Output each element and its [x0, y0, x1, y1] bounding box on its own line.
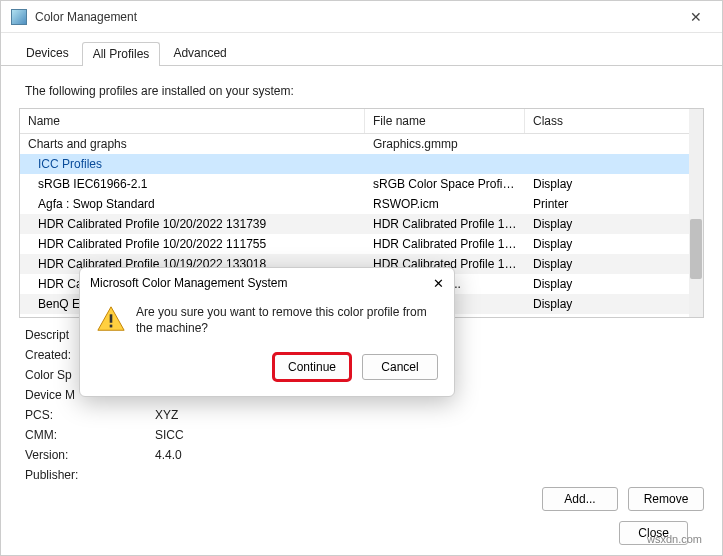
detail-version-label: Version:: [25, 448, 155, 468]
tab-all-profiles[interactable]: All Profiles: [82, 42, 161, 66]
table-row[interactable]: HDR Calibrated Profile 10/20/2022 131739…: [20, 214, 703, 234]
detail-cmm-value: SICC: [155, 428, 698, 448]
table-row[interactable]: sRGB IEC61966-2.1 sRGB Color Space Profi…: [20, 174, 703, 194]
detail-cmm-label: CMM:: [25, 428, 155, 448]
titlebar: Color Management ✕: [1, 1, 722, 33]
intro-text: The following profiles are installed on …: [25, 84, 698, 98]
continue-button[interactable]: Continue: [274, 354, 350, 380]
warning-icon: [96, 304, 126, 338]
scrollbar[interactable]: [689, 109, 703, 317]
cancel-button[interactable]: Cancel: [362, 354, 438, 380]
detail-pcs-label: PCS:: [25, 408, 155, 428]
table-row[interactable]: Agfa : Swop Standard RSWOP.icm Printer: [20, 194, 703, 214]
close-button[interactable]: Close: [619, 521, 688, 545]
col-name[interactable]: Name: [20, 109, 365, 133]
window-close-button[interactable]: ✕: [674, 2, 718, 32]
add-button[interactable]: Add...: [542, 487, 618, 511]
detail-version-value: 4.4.0: [155, 448, 698, 468]
table-row[interactable]: Charts and graphs Graphics.gmmp: [20, 134, 703, 154]
app-icon: [11, 9, 27, 25]
dialog-close-button[interactable]: ✕: [433, 276, 444, 291]
scroll-thumb[interactable]: [690, 219, 702, 279]
dialog-titlebar: Microsoft Color Management System ✕: [80, 268, 454, 298]
footer-buttons: Add... Remove: [542, 487, 704, 511]
color-management-window: Color Management ✕ Devices All Profiles …: [0, 0, 723, 556]
remove-button[interactable]: Remove: [628, 487, 704, 511]
col-file[interactable]: File name: [365, 109, 525, 133]
svg-rect-1: [110, 314, 113, 322]
svg-rect-2: [110, 325, 113, 328]
table-row-selected[interactable]: ICC Profiles: [20, 154, 703, 174]
detail-publisher-label: Publisher:: [25, 468, 155, 488]
tab-advanced[interactable]: Advanced: [162, 41, 237, 65]
tab-strip: Devices All Profiles Advanced: [1, 33, 722, 66]
col-class[interactable]: Class: [525, 109, 703, 133]
dialog-title-text: Microsoft Color Management System: [90, 276, 433, 290]
window-title: Color Management: [35, 10, 674, 24]
table-row[interactable]: HDR Calibrated Profile 10/20/2022 111755…: [20, 234, 703, 254]
dialog-message: Are you sure you want to remove this col…: [136, 304, 438, 338]
tab-devices[interactable]: Devices: [15, 41, 80, 65]
table-header: Name File name Class: [20, 109, 703, 134]
detail-pcs-value: XYZ: [155, 408, 698, 428]
confirm-dialog: Microsoft Color Management System ✕ Are …: [79, 267, 455, 397]
